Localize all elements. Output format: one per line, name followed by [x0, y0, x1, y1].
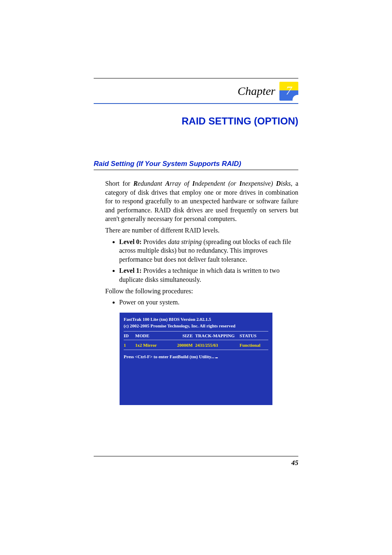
bios-cell-track: 2431/255/63 — [195, 342, 240, 349]
bios-prompt-text: Press <Ctrl-F> to enter FastBuild (tm) U… — [124, 354, 214, 359]
steps-list: Power on your system. — [119, 298, 298, 307]
bios-screenshot: FastTrak 100 Lite (tm) BIOS Version 2.02… — [120, 313, 272, 405]
follow-procedures: Follow the following procedures: — [105, 287, 298, 296]
section-heading: Raid Setting (If Your System Supports RA… — [94, 160, 298, 170]
intro-paragraph: Short for Redundant Array of Independent… — [105, 179, 298, 223]
level-0-item: Level 0: Provides data striping (spreadi… — [119, 237, 298, 264]
bios-cell-mode: 1x2 Mirror — [135, 342, 171, 349]
bios-cell-size: 20000M — [171, 342, 195, 349]
bios-col-mode: MODE — [135, 332, 171, 339]
bios-cell-id: 1 — [124, 342, 135, 349]
footer-rule — [94, 456, 298, 456]
intro-a-rest: rray of — [170, 180, 192, 187]
bios-col-status: STATUS — [240, 332, 268, 339]
bios-cursor — [215, 357, 218, 358]
intro-D: D — [276, 180, 281, 187]
bios-col-track: TRACK-MAPPING — [195, 332, 240, 339]
level-0-em: data striping — [168, 238, 202, 245]
page-footer: 45 — [94, 456, 298, 467]
chapter-badge: 7 — [279, 82, 298, 101]
intro-A: A — [165, 180, 170, 187]
intro-r-rest: edundant — [138, 180, 165, 187]
intro-i-rest: ndependent (or — [195, 180, 239, 187]
chapter-label: Chapter — [238, 85, 275, 98]
intro-R: R — [133, 180, 138, 187]
bios-prompt: Press <Ctrl-F> to enter FastBuild (tm) U… — [124, 353, 268, 360]
raid-levels-list: Level 0: Provides data striping (spreadi… — [119, 237, 298, 284]
level-1-label: Level 1: — [119, 267, 142, 274]
bios-cell-status: Functional — [240, 342, 268, 349]
top-rule — [94, 78, 298, 78]
levels-intro: There are number of different RAID level… — [105, 226, 298, 235]
chapter-header: Chapter 7 — [94, 82, 298, 101]
intro-pre: Short for — [105, 180, 133, 187]
level-0-pre: Provides — [142, 238, 168, 245]
level-1-item: Level 1: Provides a technique in which d… — [119, 266, 298, 284]
step-1: Power on your system. — [119, 298, 298, 307]
intro-i2-rest: nexpensive) — [242, 180, 276, 187]
bios-table-row: 1 1x2 Mirror 20000M 2431/255/63 Function… — [124, 341, 268, 350]
page-title: RAID SETTING (OPTION) — [94, 115, 298, 127]
page-number: 45 — [94, 459, 298, 467]
bios-col-size: SIZE — [171, 332, 195, 339]
bios-copyright-line: (c) 2002-2005 Promise Technology, Inc. A… — [124, 322, 268, 329]
level-1-text: Provides a technique in which data is wr… — [119, 267, 280, 283]
chapter-number: 7 — [279, 83, 298, 97]
chapter-underline — [94, 103, 298, 104]
intro-d-rest: isks, — [281, 180, 292, 187]
bios-table-header: ID MODE SIZE TRACK-MAPPING STATUS — [124, 331, 268, 341]
bios-col-id: ID — [124, 332, 135, 339]
level-0-label: Level 0: — [119, 238, 142, 245]
bios-title-line: FastTrak 100 Lite (tm) BIOS Version 2.02… — [124, 316, 268, 323]
